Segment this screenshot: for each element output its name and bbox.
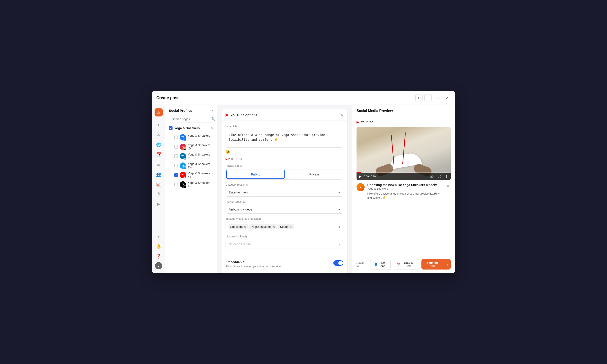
minimize-button[interactable]: — — [434, 94, 442, 101]
modal-header: Create post ↩ ⊞ — ✕ — [152, 91, 455, 105]
nav-user-avatar[interactable]: U — [155, 262, 162, 269]
avatar-yt: YS ▶ — [180, 172, 186, 178]
avatar-ig: YS 📷 — [180, 144, 186, 150]
nav-chart-icon[interactable]: 📊 — [154, 180, 163, 188]
yt-char-count: ▶ 280 — [226, 157, 233, 161]
edit-video-button[interactable]: ✏ — [446, 183, 451, 189]
tag-yogasneakers-remove[interactable]: ✕ — [273, 225, 275, 228]
category-select[interactable]: Entertainment ▾ — [226, 188, 343, 196]
tag-sneakers-remove[interactable]: ✕ — [244, 225, 246, 228]
play-button[interactable]: ▶ — [359, 175, 362, 178]
publish-now-button[interactable]: Publish now — [421, 259, 444, 270]
group-checkbox[interactable] — [169, 126, 173, 130]
volume-button[interactable]: 🔊 — [430, 175, 434, 178]
preview-yt-icon: ▶ — [357, 120, 359, 124]
preview-panel: Social Media Preview ▶ Youtube — [352, 105, 455, 273]
nav-list-icon[interactable]: ☰ — [154, 160, 163, 169]
nav-people-icon[interactable]: 👥 — [154, 170, 163, 178]
nav-globe-icon[interactable]: 🌐 — [154, 141, 163, 149]
search-input[interactable] — [172, 117, 210, 121]
license-select[interactable]: Select a license ▾ — [226, 240, 343, 248]
publish-group: Publish now ∨ — [421, 259, 451, 270]
undo-button[interactable]: ↩ — [415, 94, 423, 102]
preview-title: Social Media Preview — [357, 109, 451, 113]
time-display: 0:00 / 0:10 — [364, 175, 376, 178]
platform-badge-tw: 𝕏 — [183, 166, 186, 169]
tag-sports-label: Sports — [280, 225, 289, 228]
profile-item-tk: YS ♪ Yoga & Sneakers TK — [169, 180, 213, 189]
category-chevron-icon: ▾ — [338, 191, 340, 194]
nav-video-icon[interactable]: ▶ — [154, 200, 163, 208]
playlist-section: Playlist (optional) Unboxing videos ▾ — [226, 200, 343, 214]
tags-chevron-icon[interactable]: ▾ — [339, 225, 340, 229]
nav-bell-icon[interactable]: 🔔 — [154, 242, 163, 250]
nav-help-icon[interactable]: ❓ — [154, 252, 163, 260]
pin-count-icon: P — [236, 157, 238, 161]
tag-sneakers-label: Sneakers — [230, 225, 243, 228]
nav-add-icon[interactable]: ＋ — [154, 233, 163, 241]
close-button[interactable]: ✕ — [444, 94, 451, 101]
assign-value: No one — [379, 261, 387, 268]
profile-checkbox-li[interactable] — [174, 154, 178, 158]
nav-inbox-icon[interactable]: ✉ — [154, 131, 163, 139]
embeddable-toggle[interactable] — [333, 260, 343, 266]
profile-item-li: YS in Yoga & Sneakers LI — [169, 152, 213, 161]
embeddable-label: Embeddable — [226, 260, 331, 264]
profile-checkbox-ig[interactable] — [174, 145, 178, 149]
license-label: License (optional) — [226, 235, 343, 238]
license-placeholder: Select a license — [229, 242, 251, 246]
fullscreen-button[interactable]: ⛶ — [438, 175, 441, 178]
person-icon: 👤 — [374, 263, 378, 266]
embeddable-section: Embeddable Allow others to embed your vi… — [221, 256, 347, 272]
search-box[interactable]: 🔍 — [169, 115, 213, 123]
tags-label: Youtube Video tags (optional) — [226, 217, 343, 220]
emoji-button[interactable]: 🙂 — [226, 150, 230, 154]
card-header: ▶ YouTube options ∧ — [221, 109, 347, 121]
modal-title: Create post — [156, 96, 413, 100]
collapse-button[interactable]: ‹ — [212, 108, 213, 112]
avatar-fb: YS f — [180, 134, 186, 141]
profile-name-fb: Yoga & Sneakers FB — [188, 134, 213, 141]
tag-sports-remove[interactable]: ✕ — [289, 225, 292, 228]
header-actions: — ✕ — [434, 94, 451, 101]
nav-speed-icon[interactable]: ⏱ — [154, 190, 163, 198]
platform-badge-li: in — [183, 157, 186, 160]
profile-name-li: Yoga & Sneakers LI — [188, 153, 213, 160]
profile-checkbox-tw[interactable] — [174, 164, 178, 168]
profile-checkbox-fb[interactable] — [174, 136, 178, 139]
profile-item-tw: YS 𝕏 Yoga & Sneakers TW — [169, 161, 213, 170]
app-logo: a — [154, 108, 163, 117]
profiles-title: Social Profiles — [169, 109, 192, 112]
video-title-input[interactable]: Nike offers a wide range of yoga shoes t… — [226, 130, 343, 148]
tag-sports: Sports ✕ — [278, 224, 294, 229]
embeddable-desc: Allow others to embed your video on thei… — [226, 265, 331, 268]
privacy-private-btn[interactable]: Private — [285, 169, 343, 179]
yt-count-icon: ▶ — [226, 157, 228, 161]
avatar-li: YS in — [180, 153, 186, 159]
preview-footer: Assign to 👤 No one 📅 Date & Time Publish… — [352, 256, 455, 273]
group-chevron[interactable]: ∨ — [211, 127, 213, 130]
publish-dropdown-button[interactable]: ∨ — [444, 259, 451, 270]
profile-checkbox-tk[interactable] — [174, 183, 178, 186]
date-time-button[interactable]: 📅 Date & Time — [393, 259, 419, 270]
more-options-button[interactable]: ⋮ — [445, 175, 448, 178]
tag-yogasneakers: Yoga&sneakers ✕ — [249, 224, 277, 229]
profile-item-fb: YS f Yoga & Sneakers FB — [169, 133, 213, 142]
card-body: Video title Nike offers a wide range of … — [221, 121, 347, 256]
playlist-select[interactable]: Unboxing videos ▾ — [226, 205, 343, 214]
profiles-header: Social Profiles ‹ — [169, 108, 213, 112]
date-label: Date & Time — [402, 261, 415, 268]
nav-send-icon[interactable]: ✈ — [154, 121, 163, 129]
video-meta: Y Unboxing the new Nike Yoga Sneakers Mo… — [357, 183, 451, 200]
embeddable-row: Embeddable Allow others to embed your vi… — [226, 260, 343, 268]
collapse-card-button[interactable]: ∧ — [340, 112, 343, 117]
assign-button[interactable]: 👤 No one — [370, 259, 391, 270]
profile-checkbox-yt[interactable] — [174, 173, 178, 177]
copy-button[interactable]: ⊞ — [424, 94, 431, 102]
avatar-tk: YS ♪ — [180, 181, 186, 188]
profile-name-tw: Yoga & Sneakers TW — [188, 162, 213, 169]
group-header: Yoga & Sneakers ∨ — [169, 126, 213, 130]
privacy-public-btn[interactable]: Public — [226, 170, 285, 179]
nav-calendar-icon[interactable]: 📅 — [154, 151, 163, 159]
video-title-section: Video title Nike offers a wide range of … — [226, 125, 343, 154]
